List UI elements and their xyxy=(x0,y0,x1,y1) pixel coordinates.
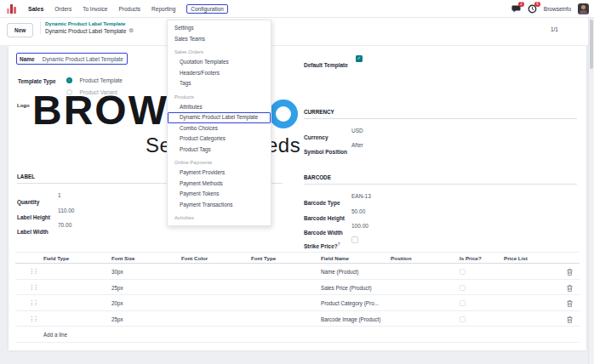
barcode-width-value[interactable]: 100.00 xyxy=(351,223,368,229)
table-row[interactable]: ⋮⋮ 25px Sales Price (Product) xyxy=(15,280,580,296)
menu-item-headers-footers[interactable]: Headers/Footers xyxy=(168,68,271,79)
strike-price-checkbox[interactable] xyxy=(351,236,358,243)
barcode-height-label: Barcode Height xyxy=(304,215,345,221)
top-nav: Sales Orders To Invoice Products Reporti… xyxy=(0,0,594,18)
menu-item-payment-providers[interactable]: Payment Providers xyxy=(168,168,271,179)
currency-value[interactable]: USD xyxy=(351,128,363,134)
control-panel: New Dynamic Product Label Template Dynam… xyxy=(0,18,594,46)
col-is-price[interactable]: Is Price? xyxy=(460,255,482,261)
symbol-position-label: Symbol Position xyxy=(304,149,347,155)
menu-item-tags[interactable]: Tags xyxy=(168,78,271,89)
menu-item-dynamic-product-label-template[interactable]: Dynamic Product Label Template xyxy=(168,112,271,123)
breadcrumb-link[interactable]: Dynamic Product Label Template xyxy=(45,21,134,26)
menu-item-payment-methods[interactable]: Payment Methods xyxy=(168,179,271,190)
app-name[interactable]: Sales xyxy=(28,6,43,12)
label-height-value[interactable]: 110.00 xyxy=(58,208,74,213)
delete-row-icon[interactable] xyxy=(567,285,573,292)
messages-badge: 2 xyxy=(518,2,524,8)
nav-item-to-invoice[interactable]: To Invoice xyxy=(83,6,107,12)
delete-row-icon[interactable] xyxy=(567,316,573,323)
activities-clock-icon[interactable]: 6 xyxy=(528,4,537,14)
menu-item-payment-tokens[interactable]: Payment Tokens xyxy=(168,189,271,200)
cell-field-name[interactable]: Product Category (Pro... xyxy=(321,300,379,306)
menu-section-online-payments: Online Payments xyxy=(168,157,271,168)
menu-item-product-categories[interactable]: Product Categories xyxy=(168,134,271,145)
default-template-label: Default Template xyxy=(304,62,348,68)
is-price-checkbox[interactable] xyxy=(460,300,465,306)
currency-section-title: CURRENCY xyxy=(304,109,577,119)
annotation-box-name-field: Name Dynamic Product Label Template xyxy=(16,53,128,65)
col-field-type[interactable]: Field Type xyxy=(43,255,69,261)
name-value[interactable]: Dynamic Product Label Template xyxy=(43,56,123,62)
delete-row-icon[interactable] xyxy=(567,269,573,276)
default-template-checkbox[interactable]: ✓ xyxy=(356,55,363,62)
barcode-height-value[interactable]: 50.00 xyxy=(351,208,365,214)
menu-item-quotation-templates[interactable]: Quotation Templates xyxy=(168,57,271,68)
vertical-scrollbar[interactable] xyxy=(588,18,594,364)
drag-handle-icon[interactable]: ⋮⋮ xyxy=(29,268,37,274)
form-sheet: Name Dynamic Product Label Template Temp… xyxy=(9,46,586,350)
quantity-label: Quantity xyxy=(17,199,39,205)
cell-font-size[interactable]: 30px xyxy=(111,269,123,275)
menu-item-attributes[interactable]: Attributes xyxy=(168,102,271,113)
barcode-width-label: Barcode Width xyxy=(304,230,343,236)
menu-item-combo-choices[interactable]: Combo Choices xyxy=(168,123,271,134)
menu-item-product-tags[interactable]: Product Tags xyxy=(168,145,271,156)
logo-tagline-right: eds xyxy=(266,135,300,156)
table-row[interactable]: ⋮⋮ 25px Barcode Image (Product) xyxy=(15,311,580,327)
label-width-value[interactable]: 70.00 xyxy=(58,222,71,228)
symbol-position-value[interactable]: After xyxy=(351,142,363,148)
cell-field-name[interactable]: Barcode Image (Product) xyxy=(321,316,380,322)
sales-app-icon[interactable] xyxy=(7,3,17,14)
is-price-checkbox[interactable] xyxy=(460,269,465,275)
breadcrumb-current: Dynamic Product Label Template xyxy=(45,28,126,34)
activities-badge: 6 xyxy=(534,2,540,8)
cell-font-size[interactable]: 25px xyxy=(111,316,123,322)
logo-blue-o xyxy=(269,100,298,128)
user-name[interactable]: Browseinfo xyxy=(544,6,571,12)
actions-gear-icon[interactable]: ⚙ xyxy=(129,28,134,34)
menu-item-sales-teams[interactable]: Sales Teams xyxy=(168,34,271,45)
cell-font-size[interactable]: 25px xyxy=(111,285,123,291)
add-a-line-link[interactable]: Add a line xyxy=(43,332,67,338)
strike-price-label: Strike Price?? xyxy=(304,243,340,249)
col-price-list[interactable]: Price List xyxy=(504,255,528,261)
table-row[interactable]: ⋮⋮ 30px Name (Product) xyxy=(15,264,580,280)
nav-item-orders[interactable]: Orders xyxy=(54,6,71,12)
menu-item-payment-transactions[interactable]: Payment Transactions xyxy=(168,200,271,211)
barcode-type-value[interactable]: EAN-13 xyxy=(351,193,371,199)
nav-item-configuration[interactable]: Configuration xyxy=(186,4,228,14)
pager[interactable]: 1/1 xyxy=(551,26,558,32)
logo-label: Logo xyxy=(17,103,30,108)
scrollbar-thumb[interactable] xyxy=(590,20,593,69)
drag-handle-icon[interactable]: ⋮⋮ xyxy=(29,299,37,305)
nav-item-reporting[interactable]: Reporting xyxy=(151,6,175,12)
table-row[interactable]: ⋮⋮ 20px Product Category (Pro... xyxy=(15,295,580,311)
nav-item-products[interactable]: Products xyxy=(118,6,140,12)
col-font-size[interactable]: Font Size xyxy=(111,255,135,261)
currency-label: Currency xyxy=(304,134,328,140)
quantity-value[interactable]: 1 xyxy=(58,192,61,198)
col-font-type[interactable]: Font Type xyxy=(251,255,276,261)
menu-section-sales-orders: Sales Orders xyxy=(168,47,271,57)
drag-handle-icon[interactable]: ⋮⋮ xyxy=(29,316,37,321)
col-position[interactable]: Position xyxy=(391,255,411,261)
new-button[interactable]: New xyxy=(7,23,33,37)
col-field-name[interactable]: Field Name xyxy=(321,255,349,261)
menu-item-settings[interactable]: Settings xyxy=(168,23,271,34)
drag-handle-icon[interactable]: ⋮⋮ xyxy=(29,284,37,290)
user-avatar[interactable] xyxy=(578,3,589,14)
cell-field-name[interactable]: Sales Price (Product) xyxy=(321,285,372,291)
col-font-color[interactable]: Font Color xyxy=(181,255,208,261)
table-header-row: Field Type Font Size Font Color Font Typ… xyxy=(15,252,580,264)
is-price-checkbox[interactable] xyxy=(460,316,465,322)
configuration-dropdown: Settings Sales Teams Sales Orders Quotat… xyxy=(167,20,271,226)
menu-section-activities: Activities xyxy=(168,213,271,223)
cell-field-name[interactable]: Name (Product) xyxy=(321,269,358,275)
add-line-row: Add a line xyxy=(15,327,580,343)
barcode-type-label: Barcode Type xyxy=(304,200,340,206)
messages-icon[interactable]: 2 xyxy=(511,4,521,14)
is-price-checkbox[interactable] xyxy=(460,285,465,291)
cell-font-size[interactable]: 20px xyxy=(111,300,123,306)
delete-row-icon[interactable] xyxy=(567,300,573,307)
